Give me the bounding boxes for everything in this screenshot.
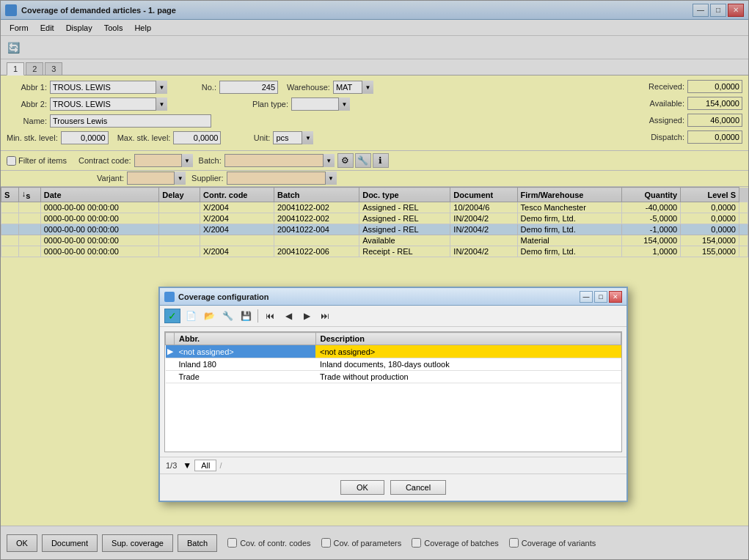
modal-open-button[interactable]: 📂 — [201, 309, 217, 323]
modal-ok-button[interactable]: OK — [340, 480, 384, 495]
modal-config-button[interactable]: 🔧 — [219, 309, 235, 323]
modal-prev-button[interactable]: ◀ — [280, 309, 296, 323]
modal-table-row[interactable]: ▶ <not assigned> <not assigned> — [166, 345, 621, 358]
toolbar-separator — [257, 309, 258, 323]
modal-title: Coverage configuration — [178, 292, 580, 301]
modal-desc-cell: Trade without production — [315, 371, 621, 383]
modal-row-marker: ▶ — [166, 345, 175, 358]
modal-page-info: 1/3 — [166, 461, 177, 470]
modal-table-row[interactable]: Inland 180 Inland documents, 180-days ou… — [166, 358, 621, 371]
modal-tab-separator: / — [219, 461, 222, 470]
modal-col-marker — [166, 333, 175, 345]
modal-save-button[interactable]: 💾 — [238, 309, 254, 323]
modal-window-controls: — □ ✕ — [580, 291, 622, 303]
modal-first-button[interactable]: ⏮ — [262, 309, 278, 323]
modal-footer: OK Cancel — [160, 474, 626, 501]
modal-app-icon — [164, 292, 175, 302]
modal-table-wrapper: Abbr. Description ▶ <not assigned> <not … — [164, 331, 622, 452]
modal-close-button[interactable]: ✕ — [609, 291, 622, 303]
modal-desc-cell: <not assigned> — [315, 345, 621, 358]
modal-table: Abbr. Description ▶ <not assigned> <not … — [165, 332, 621, 383]
modal-abbr-cell: Inland 180 — [175, 358, 316, 371]
modal-toolbar: ✓ 📄 📂 🔧 💾 ⏮ ◀ ▶ ⏭ — [160, 306, 626, 327]
modal-minimize-button[interactable]: — — [580, 291, 593, 303]
modal-overlay: Coverage configuration — □ ✕ ✓ 📄 📂 🔧 💾 ⏮… — [1, 1, 748, 559]
modal-row-marker — [166, 371, 175, 383]
modal-new-doc-button[interactable]: 📄 — [183, 309, 199, 323]
modal-last-button[interactable]: ⏭ — [317, 309, 333, 323]
modal-next-button[interactable]: ▶ — [299, 309, 315, 323]
modal-header-row: Abbr. Description — [166, 333, 621, 345]
modal-confirm-button[interactable]: ✓ — [164, 309, 180, 323]
modal-col-desc[interactable]: Description — [315, 333, 621, 345]
modal-cancel-button[interactable]: Cancel — [390, 480, 446, 495]
modal-filter-icon: ▼ — [183, 460, 191, 471]
coverage-config-dialog: Coverage configuration — □ ✕ ✓ 📄 📂 🔧 💾 ⏮… — [158, 287, 628, 502]
modal-abbr-cell: Trade — [175, 371, 316, 383]
modal-title-bar: Coverage configuration — □ ✕ — [160, 288, 626, 306]
modal-tab-all[interactable]: All — [194, 460, 216, 471]
modal-col-abbr[interactable]: Abbr. — [175, 333, 316, 345]
modal-status-bar: 1/3 ▼ All / — [160, 457, 626, 474]
modal-maximize-button[interactable]: □ — [594, 291, 607, 303]
modal-table-row[interactable]: Trade Trade without production — [166, 371, 621, 383]
main-window: Coverage of demanded articles - 1. page … — [0, 0, 749, 560]
modal-row-marker — [166, 358, 175, 371]
modal-desc-cell: Inland documents, 180-days outlook — [315, 358, 621, 371]
modal-abbr-cell: <not assigned> — [175, 345, 316, 358]
